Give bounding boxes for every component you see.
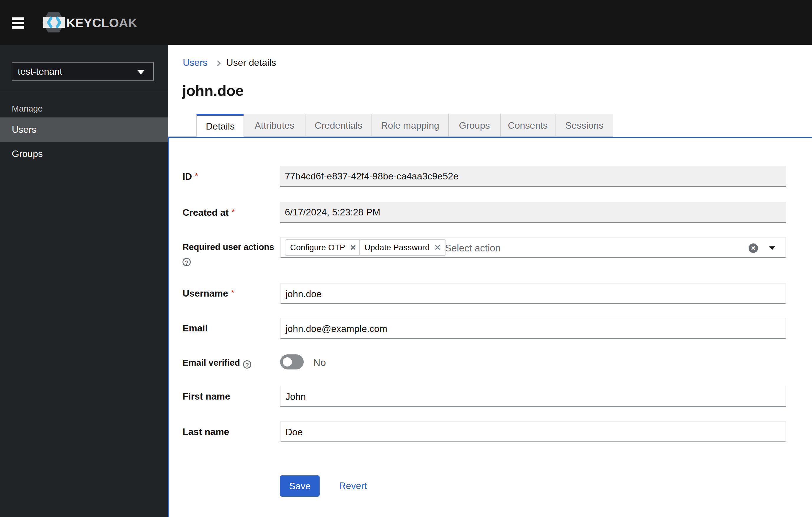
svg-text:KEYCLOAK: KEYCLOAK <box>66 16 137 30</box>
